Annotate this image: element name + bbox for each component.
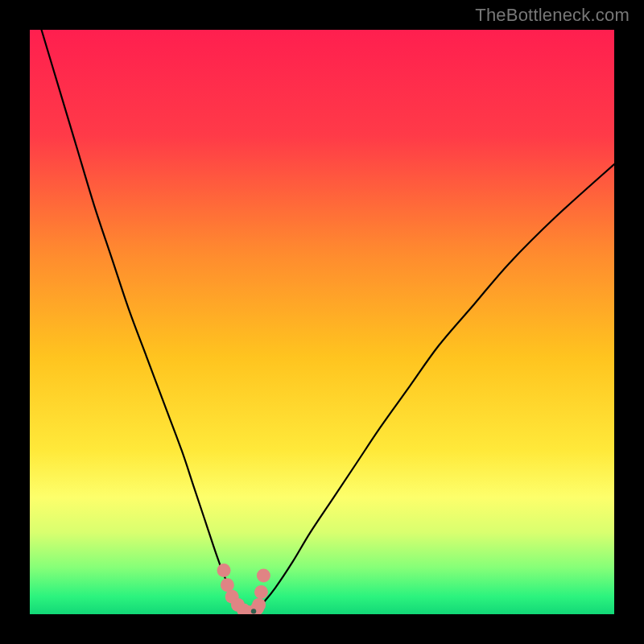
watermark-text: TheBottleneck.com	[475, 5, 630, 26]
heat-gradient-background	[30, 30, 614, 614]
chart-frame: TheBottleneck.com	[0, 0, 644, 644]
svg-rect-0	[30, 30, 614, 614]
plot-area	[30, 30, 614, 614]
